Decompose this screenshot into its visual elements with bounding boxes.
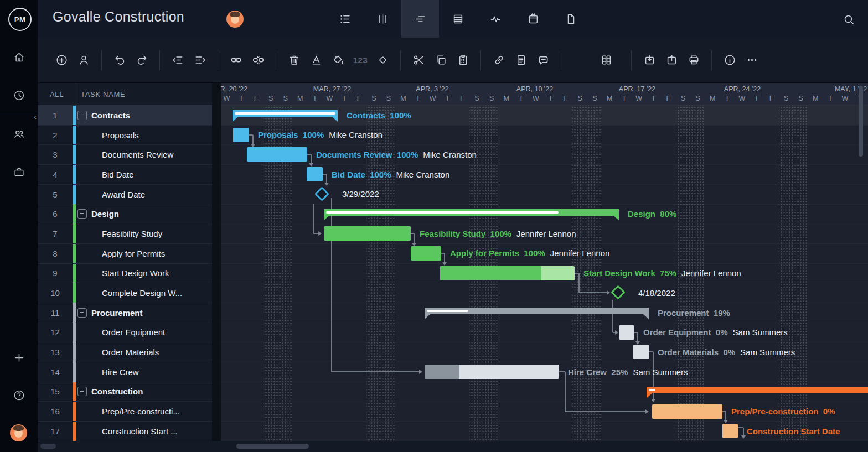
task-bar-prep-pre-construction[interactable] [652,404,722,419]
task-bar-start-design-work[interactable] [440,266,575,280]
task-row-5[interactable]: 5Award Date [38,185,212,205]
task-row-7[interactable]: 7Feasibility Study [38,224,212,244]
task-row-16[interactable]: 16Prep/Pre-constructi... [38,402,212,422]
task-row-1[interactable]: 1Contracts [38,106,212,126]
collapse-group-icon[interactable] [78,308,87,318]
sidebar-add-new-button[interactable] [9,348,28,367]
task-row-11[interactable]: 11Procurement [38,303,212,323]
tab-sheet-view[interactable] [439,0,477,38]
notes-button[interactable] [510,49,531,71]
summary-bar-Procurement[interactable] [425,308,649,314]
export-button[interactable] [661,49,682,71]
task-row-2[interactable]: 2Proposals [38,126,212,146]
add-person-button[interactable] [73,49,94,71]
task-row-number: 11 [38,303,73,323]
task-row-17[interactable]: 17Construction Start ... [38,422,212,441]
task-row-15[interactable]: 15Construction [38,382,212,402]
milestone-diamond[interactable] [611,285,626,300]
add-task-button[interactable] [51,49,72,71]
summary-bar-orange[interactable] [647,387,868,393]
column-header-all[interactable]: ALL [38,90,76,98]
task-row-8[interactable]: 8Apply for Permits [38,244,212,264]
user-avatar[interactable] [10,424,27,441]
task-row-6[interactable]: 6Design [38,204,212,224]
row-gridline [221,323,868,323]
task-bar-feasibility-study[interactable] [324,226,411,241]
task-row-12[interactable]: 12Order Equipment [38,323,212,343]
task-name-cell: Contracts [76,106,212,125]
summary-bar-Contracts[interactable] [232,110,338,117]
vertical-scrollbar[interactable] [859,86,863,157]
text-style-button[interactable] [306,49,327,71]
collapse-group-icon[interactable] [78,111,87,120]
project-owner-avatar[interactable] [226,11,244,28]
sidebar-recent-button[interactable] [9,86,28,105]
print-button[interactable] [683,49,704,71]
sidebar-help-button[interactable] [9,386,28,404]
task-row-4[interactable]: 4Bid Date [38,165,212,185]
tab-calendar-view[interactable] [514,0,552,38]
dependency-arrow [651,399,655,402]
panel-splitter[interactable] [212,83,221,441]
task-row-9[interactable]: 9Start Design Work [38,264,212,284]
tab-gantt-view[interactable] [401,0,439,38]
sidebar-home-button[interactable] [9,48,28,66]
task-row-3[interactable]: 3Documents Review [38,145,212,165]
undo-button[interactable] [109,49,130,71]
chart-horizontal-scrollbar[interactable] [236,444,309,449]
import-button[interactable] [639,49,660,71]
import-icon [643,54,656,66]
indent-button[interactable] [189,49,210,71]
task-row-number: 17 [38,422,73,441]
more-button[interactable] [741,49,762,71]
task-bar-order-materials[interactable] [633,345,649,359]
milestone-diamond[interactable] [314,186,329,201]
task-bar-documents-review[interactable] [247,147,307,162]
collapse-group-icon[interactable] [78,387,87,396]
column-header-task-name[interactable]: TASK NAME [76,83,212,105]
tab-board-view[interactable] [364,0,401,38]
task-bar-order-equipment[interactable] [619,325,634,340]
milestone-button[interactable] [372,49,393,71]
copy-button[interactable] [430,49,451,71]
collapse-group-icon[interactable] [78,209,87,219]
task-bar-hire-crew[interactable] [425,365,559,379]
tab-list-view[interactable] [326,0,364,38]
task-bar-construction-start-date[interactable] [722,424,738,438]
cut-button[interactable] [408,49,429,71]
attachment-button[interactable] [488,49,509,71]
sidebar-team-button[interactable] [9,124,28,143]
task-row-number: 5 [38,185,73,204]
link-tasks-button[interactable] [225,49,246,71]
redo-button[interactable] [131,49,152,71]
summary-cap [643,314,649,319]
summary-bar-Design[interactable] [324,209,619,216]
numbers-button[interactable]: 123 [350,49,371,71]
comment-button[interactable] [533,49,554,71]
delete-button[interactable] [283,49,304,71]
sidebar-projects-button[interactable] [9,163,28,181]
pm-logo[interactable]: PM [8,8,32,31]
task-row-13[interactable]: 13Order Materials [38,342,212,362]
fill-color-button[interactable] [328,49,349,71]
task-panel-scrollbar[interactable] [40,444,56,449]
task-bar-bid-date[interactable] [307,167,323,181]
search-button[interactable] [841,12,856,27]
task-row-10[interactable]: 10Complete Design W... [38,283,212,303]
columns-button[interactable] [596,49,617,71]
unlink-tasks-button[interactable] [247,49,268,71]
bar-label-text: Construction Start Date [747,427,840,436]
tab-activity-view[interactable] [477,0,514,38]
task-row-14[interactable]: 14Hire Crew [38,362,212,382]
paste-button[interactable] [452,49,473,71]
redo-icon [136,54,148,66]
dependency-line [637,332,638,341]
outdent-button[interactable] [167,49,188,71]
info-button[interactable] [719,49,740,71]
task-bar-proposals[interactable] [233,128,249,142]
task-name-cell: Design [76,204,212,224]
day-letter: T [543,95,558,102]
collapse-panel-icon[interactable]: ‹ [34,112,37,121]
tab-docs-view[interactable] [552,0,590,38]
task-bar-apply-for-permits[interactable] [411,246,441,261]
